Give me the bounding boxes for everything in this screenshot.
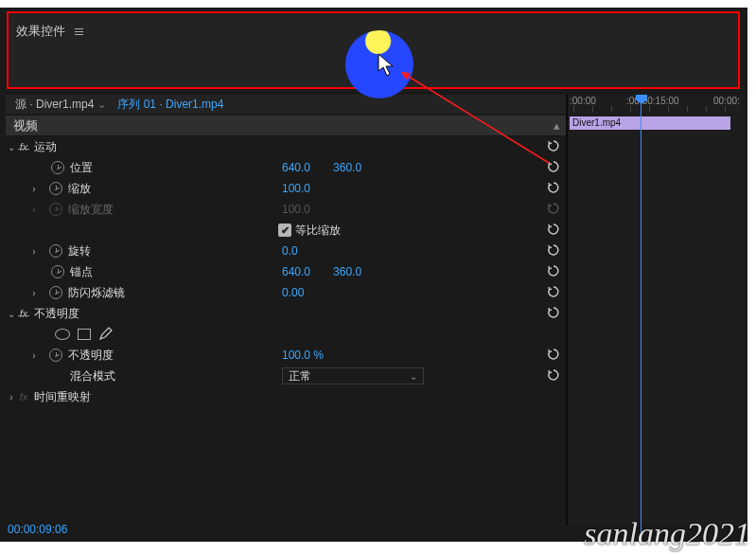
reset-button[interactable] xyxy=(547,306,560,322)
stopwatch-icon[interactable] xyxy=(51,161,64,174)
ruler-tick: :00:00:15:00 xyxy=(626,96,679,106)
vertical-divider xyxy=(566,95,568,526)
twisty-open-icon[interactable]: ⌄ xyxy=(6,142,17,152)
fx-badge-icon[interactable]: fx xyxy=(17,141,30,152)
prop-anchor-label: 锚点 xyxy=(70,264,93,280)
prop-opacity-label: 不透明度 xyxy=(68,348,114,364)
value-position-y[interactable]: 360.0 xyxy=(333,161,361,174)
twisty-closed-icon[interactable]: › xyxy=(6,392,17,402)
collapse-up-icon[interactable]: ▴ xyxy=(554,118,560,133)
prop-scale: › 缩放 100.0 xyxy=(6,178,566,199)
source-tab-sequence[interactable]: 序列 01 · Diver1.mp4 xyxy=(112,97,229,113)
stopwatch-icon[interactable] xyxy=(49,182,62,195)
prop-opacity-amount: › 不透明度 100.0 % xyxy=(6,345,566,366)
value-scale[interactable]: 100.0 xyxy=(282,182,310,195)
mini-time-ruler[interactable]: :00:00 :00:00:15:00 00:00: xyxy=(568,95,743,114)
prop-rotation: › 旋转 0.0 xyxy=(6,241,566,261)
fx-badge-icon[interactable]: fx xyxy=(17,308,30,319)
prop-blend-label: 混合模式 xyxy=(70,368,115,384)
prop-rotation-label: 旋转 xyxy=(68,243,91,259)
reset-button[interactable] xyxy=(547,285,560,301)
panel-title-bar: 效果控件 xyxy=(16,23,83,40)
mini-clip-track: Diver1.mp4 xyxy=(568,115,743,132)
source-tab-label: 源 · Diver1.mp4 xyxy=(15,97,94,113)
twisty-closed-icon[interactable]: › xyxy=(28,288,40,298)
value-opacity[interactable]: 100.0 % xyxy=(282,348,324,362)
effect-opacity[interactable]: ⌄ fx 不透明度 xyxy=(6,303,566,324)
effect-time-remap-label: 时间重映射 xyxy=(34,389,91,405)
panel-title: 效果控件 xyxy=(16,23,65,40)
value-scale-width: 100.0 xyxy=(282,203,310,216)
effect-time-remap[interactable]: › fx 时间重映射 xyxy=(6,386,566,407)
effect-properties: ⌄ fx 运动 位置 640.0 360.0 › 缩放 100.0 xyxy=(6,136,566,407)
effect-motion[interactable]: ⌄ fx 运动 xyxy=(6,136,566,157)
twisty-closed-icon[interactable]: › xyxy=(28,246,40,257)
value-anchor-x[interactable]: 640.0 xyxy=(282,265,310,278)
reset-button[interactable] xyxy=(547,181,560,197)
reset-button[interactable] xyxy=(547,223,560,239)
chevron-down-icon: ⌄ xyxy=(410,371,417,382)
video-section-header[interactable]: 视频 ▴ xyxy=(6,116,566,136)
video-section-label: 视频 xyxy=(13,117,38,134)
stopwatch-icon[interactable] xyxy=(49,286,62,299)
reset-button xyxy=(547,202,560,218)
twisty-closed-icon: › xyxy=(28,205,40,215)
blend-mode-value: 正常 xyxy=(289,368,311,384)
stopwatch-icon[interactable] xyxy=(49,244,62,258)
checkbox-uniform-scale[interactable]: ✔ xyxy=(278,223,291,237)
twisty-open-icon[interactable]: ⌄ xyxy=(6,309,17,319)
prop-antiflicker-label: 防闪烁滤镜 xyxy=(68,285,125,301)
twisty-closed-icon[interactable]: › xyxy=(28,350,40,361)
effect-motion-label: 运动 xyxy=(34,139,57,155)
fx-badge-icon[interactable]: fx xyxy=(17,391,30,402)
blend-mode-select[interactable]: 正常 ⌄ xyxy=(282,367,424,384)
mask-tools xyxy=(6,324,566,345)
prop-anchor: 锚点 640.0 360.0 xyxy=(6,261,566,282)
reset-button[interactable] xyxy=(547,348,560,364)
chevron-down-icon[interactable]: ⌄ xyxy=(97,98,106,111)
mini-timeline-area[interactable] xyxy=(568,132,743,526)
reset-button[interactable] xyxy=(547,160,560,176)
value-position-x[interactable]: 640.0 xyxy=(282,161,310,174)
uniform-scale-label: 等比缩放 xyxy=(295,223,341,239)
value-rotation[interactable]: 0.0 xyxy=(282,244,298,258)
prop-blend-mode: 混合模式 正常 ⌄ xyxy=(6,366,566,386)
prop-scale-label: 缩放 xyxy=(68,181,91,197)
source-tab-master[interactable]: 源 · Diver1.mp4 ⌄ xyxy=(9,97,112,113)
prop-scale-width: › 缩放宽度 100.0 xyxy=(6,199,566,220)
timecode-display[interactable]: 00:00:09:06 xyxy=(8,523,67,536)
panel-menu-icon[interactable] xyxy=(75,28,83,35)
reset-button[interactable] xyxy=(547,368,560,384)
prop-uniform-scale: ✔ 等比缩放 xyxy=(6,220,566,241)
reset-button[interactable] xyxy=(547,243,560,259)
stopwatch-icon[interactable] xyxy=(51,265,64,278)
value-anchor-y[interactable]: 360.0 xyxy=(333,265,361,278)
effect-opacity-label: 不透明度 xyxy=(34,306,79,322)
ruler-tick: :00:00 xyxy=(570,96,596,106)
mask-ellipse-icon[interactable] xyxy=(55,329,70,340)
prop-antiflicker: › 防闪烁滤镜 0.00 xyxy=(6,282,566,303)
stopwatch-icon[interactable] xyxy=(49,348,62,362)
panel-header-highlight: 效果控件 xyxy=(7,11,740,89)
mini-clip-label: Diver1.mp4 xyxy=(572,117,621,128)
prop-position: 位置 640.0 360.0 xyxy=(6,157,566,178)
twisty-closed-icon[interactable]: › xyxy=(28,184,40,194)
reset-button[interactable] xyxy=(547,139,560,155)
mini-clip[interactable]: Diver1.mp4 xyxy=(570,116,730,130)
reset-button[interactable] xyxy=(547,264,560,280)
sequence-tab-label: 序列 01 · Diver1.mp4 xyxy=(117,97,223,113)
stopwatch-icon xyxy=(49,203,62,216)
app-frame: 效果控件 源 · Diver1.mp4 ⌄ 序列 01 · Diver1.mp4… xyxy=(0,8,747,542)
value-antiflicker[interactable]: 0.00 xyxy=(282,286,304,299)
prop-scale-width-label: 缩放宽度 xyxy=(68,202,114,218)
prop-position-label: 位置 xyxy=(70,160,93,176)
mask-rect-icon[interactable] xyxy=(78,329,91,340)
mask-pen-icon[interactable] xyxy=(98,326,114,344)
ruler-tick: 00:00: xyxy=(713,96,740,106)
